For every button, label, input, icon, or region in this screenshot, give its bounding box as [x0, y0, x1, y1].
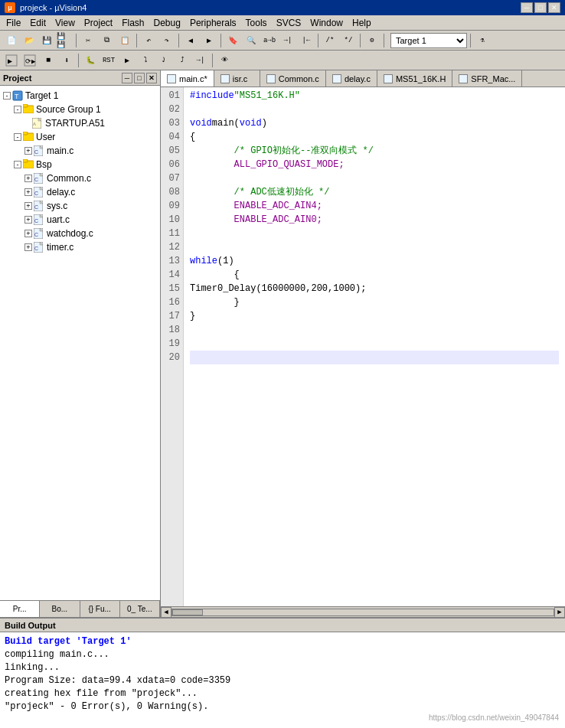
- cut-button[interactable]: ✂: [80, 32, 96, 49]
- forward-button[interactable]: ▶: [201, 32, 217, 49]
- tree-user-folder[interactable]: - User: [0, 130, 160, 144]
- code-editor[interactable]: 0102030405060708091011121314151617181920…: [161, 87, 565, 606]
- build-button[interactable]: ▶: [3, 52, 20, 69]
- code-line[interactable]: Timer0_Delay(16000000,200,1000);: [190, 282, 559, 295]
- find-button[interactable]: 🔍: [243, 32, 260, 49]
- tree-startup-a51[interactable]: A STARTUP.A51: [0, 116, 160, 130]
- stop-build-button[interactable]: ■: [40, 52, 57, 69]
- menu-debug[interactable]: Debug: [149, 16, 185, 30]
- redo-button[interactable]: ↷: [158, 32, 175, 49]
- code-line[interactable]: [190, 103, 559, 116]
- code-line[interactable]: ALL_GPIO_QUASI_MODE;: [190, 158, 559, 171]
- menu-window[interactable]: Window: [305, 16, 348, 30]
- editor-tab-isr-c[interactable]: isr.c: [214, 70, 260, 87]
- tree-common-c[interactable]: + C Common.c: [0, 171, 160, 185]
- tab-books[interactable]: Bo...: [40, 601, 80, 617]
- expand-common-c[interactable]: +: [24, 175, 32, 182]
- code-line[interactable]: ENABLE_ADC_AIN4;: [190, 199, 559, 213]
- close-button[interactable]: ✕: [548, 2, 560, 13]
- menu-help[interactable]: Help: [348, 16, 376, 30]
- code-line[interactable]: }: [190, 309, 559, 323]
- tree-sys-c[interactable]: + C sys.c: [0, 199, 160, 213]
- editor-tab-delay-c[interactable]: delay.c: [326, 70, 377, 87]
- code-line[interactable]: [190, 351, 559, 364]
- code-line[interactable]: /* ADC低速初始化 */: [190, 185, 559, 199]
- tree-watchdog-c[interactable]: + C watchdog.c: [0, 227, 160, 240]
- open-button[interactable]: 📂: [21, 32, 38, 49]
- panel-minus-button[interactable]: ─: [122, 73, 132, 83]
- undo-button[interactable]: ↶: [140, 32, 157, 49]
- expand-sys-c[interactable]: +: [24, 202, 32, 210]
- rebuild-button[interactable]: ⟳▶: [21, 52, 38, 69]
- copy-button[interactable]: ⧉: [98, 32, 115, 49]
- minimize-button[interactable]: ─: [521, 2, 533, 13]
- editor-tab-sfr[interactable]: SFR_Mac...: [452, 70, 522, 87]
- expand-watchdog-c[interactable]: +: [24, 230, 32, 237]
- replace-button[interactable]: a→b: [261, 32, 278, 49]
- wizard-button[interactable]: ⚗: [474, 32, 491, 49]
- code-line[interactable]: [190, 337, 559, 351]
- save-button[interactable]: 💾: [38, 32, 55, 49]
- scroll-right[interactable]: ▶: [554, 607, 565, 618]
- watch-button[interactable]: 👁: [216, 52, 233, 69]
- target-dropdown[interactable]: Target 1: [390, 33, 467, 48]
- tree-delay-c[interactable]: + C delay.c: [0, 185, 160, 199]
- menu-file[interactable]: File: [2, 16, 25, 30]
- code-line[interactable]: {: [190, 130, 559, 144]
- code-line[interactable]: ENABLE_ADC_AIN0;: [190, 213, 559, 227]
- save-all-button[interactable]: 💾💾: [56, 32, 73, 49]
- tab-functions[interactable]: {} Fu...: [80, 601, 120, 617]
- download-button[interactable]: ⬇: [58, 52, 75, 69]
- back-button[interactable]: ◀: [182, 32, 199, 49]
- expand-bsp[interactable]: -: [14, 161, 21, 168]
- dbg-reset-button[interactable]: RST: [100, 52, 117, 69]
- dbg-run-button[interactable]: ▶: [119, 52, 136, 69]
- code-line[interactable]: [190, 323, 559, 337]
- panel-float-button[interactable]: □: [134, 73, 145, 83]
- code-line[interactable]: [190, 171, 559, 185]
- tree-target1[interactable]: - T Target 1: [0, 89, 160, 103]
- comment-button[interactable]: /*: [322, 32, 338, 49]
- menu-flash[interactable]: Flash: [117, 16, 149, 30]
- editor-scrollbar[interactable]: ◀ ▶: [161, 606, 565, 617]
- uncomment-button[interactable]: */: [340, 32, 357, 49]
- dbg-runto-button[interactable]: →|: [192, 52, 209, 69]
- debug-start-button[interactable]: 🐛: [82, 52, 99, 69]
- code-area[interactable]: #include "MS51_16K.H"void main(void){ /*…: [184, 87, 565, 606]
- expand-user[interactable]: -: [14, 133, 21, 141]
- unindent-button[interactable]: |←: [298, 32, 315, 49]
- menu-edit[interactable]: Edit: [25, 16, 51, 30]
- expand-source-group1[interactable]: -: [14, 106, 21, 113]
- expand-uart-c[interactable]: +: [24, 216, 32, 224]
- tab-project[interactable]: Pr...: [0, 601, 40, 617]
- code-line[interactable]: #include "MS51_16K.H": [190, 89, 559, 103]
- editor-tab-main-c[interactable]: main.c*: [161, 70, 214, 87]
- menu-tools[interactable]: Tools: [241, 16, 272, 30]
- code-line[interactable]: void main(void): [190, 116, 559, 130]
- code-line[interactable]: [190, 240, 559, 254]
- code-line[interactable]: while(1): [190, 254, 559, 268]
- editor-tab-common-c[interactable]: Common.c: [260, 70, 326, 87]
- code-line[interactable]: }: [190, 295, 559, 309]
- dbg-stepover-button[interactable]: ⤸: [155, 52, 172, 69]
- tree-uart-c[interactable]: + C uart.c: [0, 213, 160, 227]
- tab-templates[interactable]: 0_ Te...: [120, 601, 160, 617]
- code-line[interactable]: {: [190, 268, 559, 282]
- indent-button[interactable]: →|: [279, 32, 296, 49]
- expand-timer-c[interactable]: +: [24, 243, 32, 251]
- expand-main-c[interactable]: +: [24, 147, 32, 155]
- menu-svcs[interactable]: SVCS: [272, 16, 306, 30]
- tree-bsp-folder[interactable]: - Bsp: [0, 158, 160, 171]
- scroll-thumb[interactable]: [172, 609, 203, 615]
- expand-target1[interactable]: -: [3, 92, 11, 100]
- expand-delay-c[interactable]: +: [24, 188, 32, 196]
- maximize-button[interactable]: □: [534, 2, 547, 13]
- bookmark-button[interactable]: 🔖: [224, 32, 241, 49]
- paste-button[interactable]: 📋: [116, 32, 133, 49]
- tree-source-group1[interactable]: - Source Group 1: [0, 103, 160, 116]
- new-button[interactable]: 📄: [3, 32, 20, 49]
- menu-view[interactable]: View: [51, 16, 80, 30]
- menu-peripherals[interactable]: Peripherals: [185, 16, 241, 30]
- panel-close-button[interactable]: ✕: [146, 73, 157, 83]
- code-line[interactable]: /* GPIO初始化--准双向模式 */: [190, 144, 559, 158]
